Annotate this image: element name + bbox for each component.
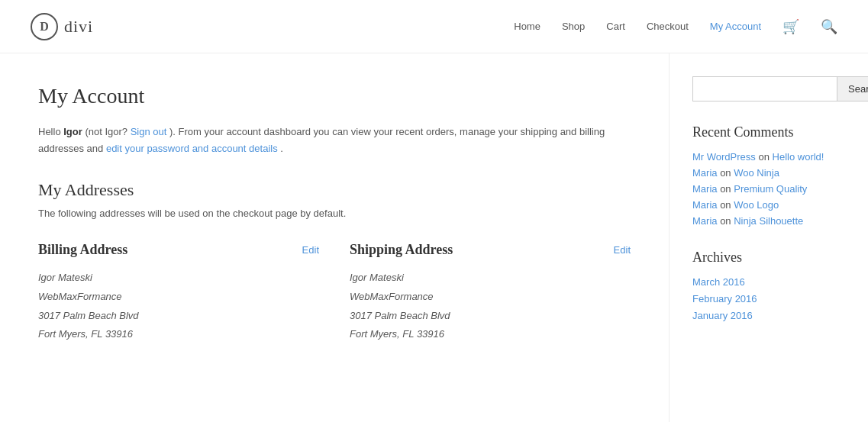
shipping-company: WebMaxFormance — [350, 288, 631, 307]
archive-link[interactable]: January 2016 — [692, 310, 753, 321]
nav-home[interactable]: Home — [514, 21, 540, 32]
billing-edit-link[interactable]: Edit — [302, 244, 319, 256]
comment-on: on — [720, 215, 734, 227]
comment-author-link[interactable]: Maria — [692, 167, 718, 179]
main-nav: Home Shop Cart Checkout My Account 🛒 🔍 — [514, 18, 837, 35]
sign-out-link[interactable]: Sign out — [131, 126, 167, 137]
shipping-address-header: Shipping Address Edit — [350, 242, 631, 258]
billing-street: 3017 Palm Beach Blvd — [38, 307, 319, 326]
archives-title: Archives — [692, 250, 845, 266]
billing-address-details: Igor Mateski WebMaxFormance 3017 Palm Be… — [38, 269, 319, 344]
shipping-name: Igor Mateski — [350, 269, 631, 288]
billing-address-title: Billing Address — [38, 242, 127, 258]
billing-name: Igor Mateski — [38, 269, 319, 288]
billing-address-header: Billing Address Edit — [38, 242, 319, 258]
comment-author-link[interactable]: Maria — [692, 215, 718, 227]
recent-comments-list: Mr WordPress on Hello world! Maria on Wo… — [692, 151, 845, 227]
comment-post-link[interactable]: Ninja Silhouette — [734, 215, 803, 227]
page-title: My Account — [38, 84, 631, 108]
shipping-edit-link[interactable]: Edit — [614, 244, 631, 256]
nav-shop[interactable]: Shop — [562, 21, 585, 32]
list-item: March 2016 — [692, 276, 845, 288]
addresses-container: Billing Address Edit Igor Mateski WebMax… — [38, 242, 631, 344]
shipping-city: Fort Myers, FL 33916 — [350, 325, 631, 344]
comment-author-link[interactable]: Maria — [692, 199, 718, 211]
archive-link[interactable]: March 2016 — [692, 276, 745, 288]
site-header: D divi Home Shop Cart Checkout My Accoun… — [0, 0, 868, 53]
sidebar: Search Recent Comments Mr WordPress on H… — [670, 53, 868, 422]
logo[interactable]: D divi — [31, 13, 93, 40]
intro-paragraph: Hello Igor (not Igor? Sign out ). From y… — [38, 124, 631, 157]
logo-name: divi — [64, 17, 93, 37]
search-widget: Search — [692, 76, 845, 101]
shipping-address-title: Shipping Address — [350, 242, 453, 258]
username: Igor — [63, 126, 82, 137]
cart-icon[interactable]: 🛒 — [782, 18, 799, 35]
search-icon[interactable]: 🔍 — [821, 18, 837, 35]
comment-on: on — [720, 183, 734, 195]
archives-list: March 2016 February 2016 January 2016 — [692, 276, 845, 322]
nav-my-account[interactable]: My Account — [710, 21, 761, 32]
not-text: (not Igor? — [85, 126, 130, 137]
list-item: Maria on Premium Quality — [692, 183, 845, 195]
logo-circle: D — [31, 13, 58, 40]
comment-post-link[interactable]: Woo Logo — [734, 199, 779, 211]
comment-author-link[interactable]: Maria — [692, 183, 718, 195]
logo-letter: D — [40, 20, 49, 34]
list-item: Maria on Woo Logo — [692, 199, 845, 211]
nav-checkout[interactable]: Checkout — [647, 21, 689, 32]
main-content: My Account Hello Igor (not Igor? Sign ou… — [0, 53, 670, 422]
shipping-address-details: Igor Mateski WebMaxFormance 3017 Palm Be… — [350, 269, 631, 344]
recent-comments-title: Recent Comments — [692, 124, 845, 140]
comment-on: on — [720, 167, 734, 179]
comment-post-link[interactable]: Premium Quality — [734, 183, 807, 195]
edit-account-link[interactable]: edit your password and account details — [106, 143, 278, 154]
nav-cart[interactable]: Cart — [606, 21, 625, 32]
list-item: Maria on Ninja Silhouette — [692, 215, 845, 227]
billing-city: Fort Myers, FL 33916 — [38, 325, 319, 344]
comment-author-link[interactable]: Mr WordPress — [692, 151, 756, 163]
comment-on: on — [758, 151, 772, 163]
archive-link[interactable]: February 2016 — [692, 293, 757, 304]
list-item: Maria on Woo Ninja — [692, 167, 845, 179]
page-layout: My Account Hello Igor (not Igor? Sign ou… — [0, 53, 868, 422]
list-item: February 2016 — [692, 293, 845, 305]
search-input[interactable] — [692, 76, 837, 101]
comment-post-link[interactable]: Woo Ninja — [734, 167, 779, 179]
shipping-street: 3017 Palm Beach Blvd — [350, 307, 631, 326]
intro-end: . — [280, 143, 283, 154]
comment-post-link[interactable]: Hello world! — [773, 151, 824, 163]
billing-company: WebMaxFormance — [38, 288, 319, 307]
billing-address-block: Billing Address Edit Igor Mateski WebMax… — [38, 242, 319, 344]
shipping-address-block: Shipping Address Edit Igor Mateski WebMa… — [350, 242, 631, 344]
addresses-title: My Addresses — [38, 180, 631, 200]
list-item: Mr WordPress on Hello world! — [692, 151, 845, 163]
list-item: January 2016 — [692, 310, 845, 322]
search-button[interactable]: Search — [837, 76, 868, 101]
comment-on: on — [720, 199, 734, 211]
addresses-subtitle: The following addresses will be used on … — [38, 208, 631, 219]
